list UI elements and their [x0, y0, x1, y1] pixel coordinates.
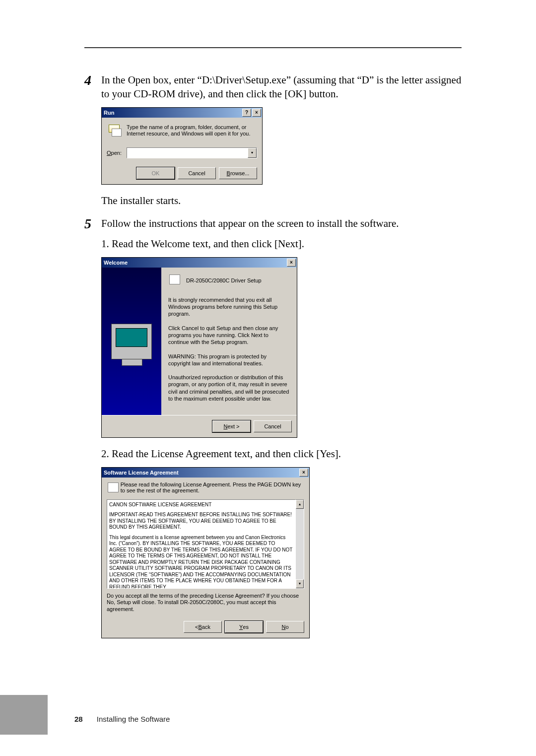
license-text-wrap: CANON SOFTWARE LICENSE AGREEMENT IMPORTA…: [107, 499, 304, 589]
welcome-p2: Click Cancel to quit Setup and then clos…: [168, 325, 290, 346]
scroll-down-icon[interactable]: ▾: [296, 579, 304, 588]
welcome-titlebar: Welcome ×: [102, 258, 297, 268]
license-intro: Please read the following License Agreem…: [121, 481, 304, 493]
step-text: Follow the instructions that appear on t…: [101, 216, 462, 230]
run-titlebar: Run ? ×: [102, 108, 262, 118]
license-dialog: Software License Agreement × Please read…: [101, 467, 310, 638]
run-dialog: Run ? × Type the name of a program, fold…: [101, 107, 263, 185]
scrollbar[interactable]: ▴ ▾: [296, 499, 304, 589]
open-input[interactable]: [127, 148, 248, 158]
content-area: 4 In the Open box, enter “D:\Driver\Setu…: [84, 47, 462, 647]
yes-button[interactable]: Yes: [225, 621, 263, 633]
next-button[interactable]: Next >: [212, 420, 251, 432]
license-p2: This legal document is a license agreeme…: [109, 535, 293, 589]
open-label: Open:: [107, 150, 127, 156]
license-question: Do you accept all the terms of the prece…: [102, 593, 309, 617]
chevron-down-icon[interactable]: ▾: [248, 148, 257, 158]
step-number: 5: [84, 216, 101, 231]
no-button[interactable]: No: [266, 621, 304, 633]
run-title: Run: [104, 110, 241, 116]
close-icon[interactable]: ×: [299, 469, 308, 477]
license-heading: CANON SOFTWARE LICENSE AGREEMENT: [109, 502, 293, 508]
cancel-button[interactable]: Cancel: [254, 420, 292, 432]
open-combobox[interactable]: ▾: [127, 147, 257, 158]
welcome-content: DR-2050C/2080C Driver Setup It is strong…: [161, 268, 297, 415]
document-page: 4 In the Open box, enter “D:\Driver\Setu…: [0, 0, 536, 756]
scroll-track[interactable]: [296, 509, 304, 579]
welcome-footer: Next > Cancel: [102, 415, 297, 437]
welcome-p4: Unauthorized reproduction or distributio…: [168, 374, 290, 402]
substep-1: 1. Read the Welcome text, and then click…: [101, 237, 462, 251]
welcome-p3: WARNING: This program is protected by co…: [168, 353, 290, 367]
run-icon: [107, 123, 123, 138]
substep-2: 2. Read the License Agreement text, and …: [101, 447, 462, 461]
back-button[interactable]: < Back: [184, 621, 222, 633]
step-text: In the Open box, enter “D:\Driver\Setup.…: [101, 73, 462, 101]
license-titlebar: Software License Agreement ×: [102, 468, 309, 478]
page-footer: 28 Installing the Software: [74, 715, 170, 723]
step-number: 4: [84, 73, 101, 87]
welcome-dialog: Welcome × DR-2050C/2080C Driver Setup It…: [101, 257, 297, 438]
license-intro-row: Please read the following License Agreem…: [102, 478, 309, 499]
setup-icon: [168, 274, 182, 287]
step-5: 5 Follow the instructions that appear on…: [84, 216, 462, 231]
license-title: Software License Agreement: [104, 470, 298, 476]
welcome-title: Welcome: [104, 260, 286, 266]
welcome-p1: It is strongly recommended that you exit…: [168, 296, 290, 318]
step-4: 4 In the Open box, enter “D:\Driver\Setu…: [84, 73, 462, 101]
close-icon[interactable]: ×: [287, 259, 296, 267]
ok-button[interactable]: OK: [136, 167, 175, 179]
scroll-up-icon[interactable]: ▴: [296, 500, 304, 509]
setup-icon: [107, 481, 117, 495]
license-textarea[interactable]: CANON SOFTWARE LICENSE AGREEMENT IMPORTA…: [107, 499, 296, 589]
monitor-icon: [111, 324, 152, 359]
welcome-body: DR-2050C/2080C Driver Setup It is strong…: [102, 268, 297, 415]
welcome-sidebar-image: [102, 268, 161, 415]
installer-starts-text: The installer starts.: [101, 194, 462, 207]
browse-button[interactable]: Browse...: [219, 167, 257, 179]
cancel-button[interactable]: Cancel: [178, 167, 216, 179]
footer-title: Installing the Software: [97, 715, 170, 723]
license-p1: IMPORTANT-READ THIS AGREEMENT BEFORE INS…: [109, 512, 293, 531]
run-prompt: Type the name of a program, folder, docu…: [127, 124, 257, 137]
header-rule: [84, 47, 462, 48]
tab-marker: [0, 695, 48, 735]
page-number: 28: [74, 715, 83, 723]
welcome-product: DR-2050C/2080C Driver Setup: [186, 277, 262, 283]
close-icon[interactable]: ×: [252, 109, 261, 117]
help-icon[interactable]: ?: [242, 109, 251, 117]
run-body: Type the name of a program, folder, docu…: [102, 118, 262, 184]
license-footer: < Back Yes No: [102, 617, 309, 638]
